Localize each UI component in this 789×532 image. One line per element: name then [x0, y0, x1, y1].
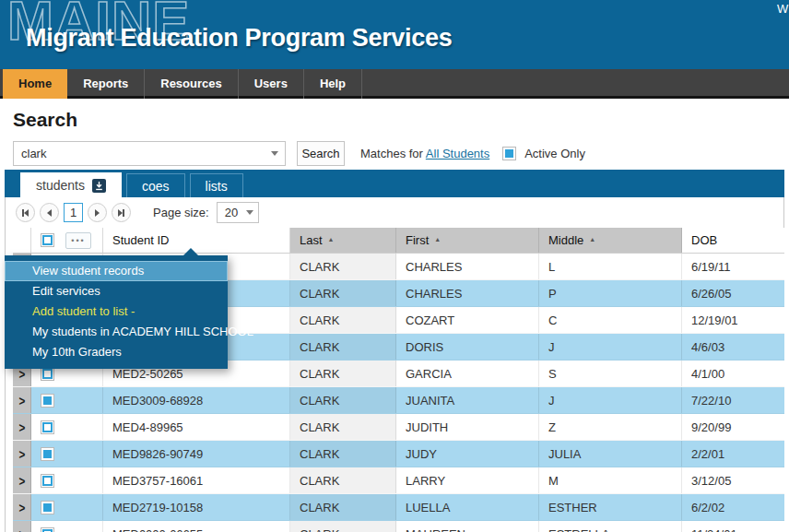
tab-students[interactable]: students — [20, 172, 122, 197]
triangle-left-icon — [24, 209, 29, 217]
cell-middle: ESTRELLA — [539, 521, 682, 532]
active-only-checkbox[interactable] — [502, 147, 516, 160]
cell-last: CLARK — [290, 441, 396, 467]
row-checkbox[interactable] — [41, 474, 54, 488]
menu-item-my-10th-graders[interactable]: My 10th Graders — [5, 342, 228, 362]
prev-page-button[interactable] — [40, 203, 59, 222]
select-all-header: ••• — [31, 228, 103, 253]
column-label: DOB — [691, 233, 717, 247]
tab-coes-label: coes — [142, 174, 170, 198]
all-students-link[interactable]: All Students — [426, 147, 489, 160]
cell-dob: 6/19/11 — [682, 254, 784, 279]
menu-item-add-student-to-list[interactable]: Add student to list - — [5, 301, 228, 322]
tab-students-label: students — [36, 173, 85, 197]
cell-dob: 6/2/02 — [682, 494, 784, 520]
nav-item-home[interactable]: Home — [3, 69, 67, 99]
table-row[interactable]: > MED3009-68928 CLARK JUANITA J 7/22/10 — [13, 387, 784, 414]
first-page-button[interactable] — [16, 203, 35, 222]
current-page-button[interactable]: 1 — [64, 203, 83, 222]
column-header-middle[interactable]: Middle ▲ — [539, 228, 682, 253]
row-expand-cell[interactable]: > — [13, 521, 31, 532]
menu-item-view-student-records[interactable]: View student records — [5, 261, 228, 281]
export-down-icon[interactable] — [92, 179, 106, 193]
expand-row-icon: > — [18, 472, 25, 488]
cell-last: CLARK — [290, 494, 396, 520]
expand-row-icon: > — [18, 526, 25, 532]
row-expand-cell[interactable]: > — [13, 387, 31, 413]
last-page-button[interactable] — [112, 203, 131, 222]
table-row[interactable]: > MED0000-06655 CLARK MAUREEN ESTRELLA 1… — [13, 521, 784, 532]
next-page-button[interactable] — [88, 203, 107, 222]
cell-first: CHARLES — [396, 254, 539, 279]
row-checkbox-cell — [31, 387, 103, 413]
cell-student-id: MED3009-68928 — [103, 387, 290, 413]
menu-item-my-students-academy-hill[interactable]: My students in ACADEMY HILL SCHOOL — [5, 322, 228, 342]
column-label: First — [406, 233, 429, 247]
table-row[interactable]: > MED3757-16061 CLARK LARRY M 3/12/05 — [13, 467, 784, 494]
column-label: Last — [300, 233, 323, 247]
table-row[interactable]: > MED4-89965 CLARK JUDITH Z 9/20/99 — [13, 414, 784, 441]
cell-middle: S — [539, 361, 682, 386]
cell-dob: 6/26/05 — [682, 280, 784, 306]
cell-first: CHARLES — [396, 280, 539, 306]
cell-dob: 2/2/01 — [682, 441, 784, 467]
cell-last: CLARK — [290, 254, 396, 279]
cell-student-id: MED4-89965 — [103, 414, 290, 440]
row-checkbox-cell — [31, 441, 103, 467]
search-dropdown-button[interactable] — [265, 142, 285, 165]
row-expand-cell[interactable]: > — [13, 441, 31, 467]
row-checkbox[interactable] — [41, 501, 54, 514]
cell-last: CLARK — [290, 467, 396, 493]
column-header-dob[interactable]: DOB — [682, 228, 784, 253]
cell-first: JUDY — [396, 441, 539, 467]
expand-column-header — [13, 228, 31, 253]
tab-lists[interactable]: lists — [190, 173, 243, 197]
row-checkbox[interactable] — [41, 420, 54, 434]
row-expand-cell[interactable]: > — [13, 467, 31, 493]
cell-student-id: MED0000-06655 — [103, 521, 290, 532]
page-size-value: 20 — [218, 206, 241, 219]
menu-item-edit-services[interactable]: Edit services — [5, 281, 228, 301]
column-header-last[interactable]: Last ▲ — [290, 228, 396, 253]
nav-item-users[interactable]: Users — [239, 69, 304, 99]
last-page-icon — [123, 209, 124, 217]
table-row[interactable]: > MED9826-90749 CLARK JUDY JULIA 2/2/01 — [13, 441, 784, 467]
cell-first: JUANITA — [396, 387, 539, 413]
cell-last: CLARK — [290, 387, 396, 413]
tab-lists-label: lists — [206, 174, 228, 198]
tab-coes[interactable]: coes — [126, 173, 185, 197]
row-expand-cell[interactable]: > — [13, 414, 31, 440]
cell-first: LUELLA — [396, 494, 539, 520]
row-checkbox[interactable] — [41, 527, 54, 532]
row-checkbox[interactable] — [41, 394, 54, 408]
table-row[interactable]: > MED2719-10158 CLARK LUELLA ESTHER 6/2/… — [13, 494, 784, 521]
app-title: Migrant Education Program Services — [26, 24, 452, 53]
cell-first: LARRY — [396, 467, 539, 493]
active-only-label: Active Only — [524, 147, 585, 160]
cell-dob: 4/1/00 — [682, 361, 784, 386]
cell-last: CLARK — [290, 361, 396, 386]
select-all-checkbox[interactable] — [41, 233, 54, 247]
search-combobox — [13, 141, 286, 166]
search-button[interactable]: Search — [297, 141, 345, 166]
nav-item-reports[interactable]: Reports — [67, 69, 145, 99]
matches-text: Matches for All Students — [360, 147, 489, 160]
column-header-first[interactable]: First ▲ — [396, 228, 539, 253]
context-menu-callout-icon — [183, 248, 198, 255]
cell-dob: 11/24/01 — [682, 521, 784, 532]
triangle-left-icon — [47, 209, 52, 217]
cell-first: MAUREEN — [396, 521, 539, 532]
nav-item-help[interactable]: Help — [304, 69, 362, 99]
app-header: MAINE Migrant Education Program Services… — [0, 0, 789, 69]
more-actions-button[interactable]: ••• — [65, 232, 91, 249]
nav-item-resources[interactable]: Resources — [145, 69, 238, 99]
row-expand-cell[interactable]: > — [13, 494, 31, 520]
cell-first: COZART — [396, 307, 539, 333]
row-checkbox[interactable] — [41, 447, 54, 461]
search-input[interactable] — [14, 147, 265, 160]
page-size-dropdown[interactable]: 20 — [217, 202, 259, 223]
cell-first: DORIS — [396, 334, 539, 360]
column-label: Middle — [548, 233, 583, 247]
page-size-label: Page size: — [153, 206, 209, 219]
cell-first: GARCIA — [396, 361, 539, 386]
